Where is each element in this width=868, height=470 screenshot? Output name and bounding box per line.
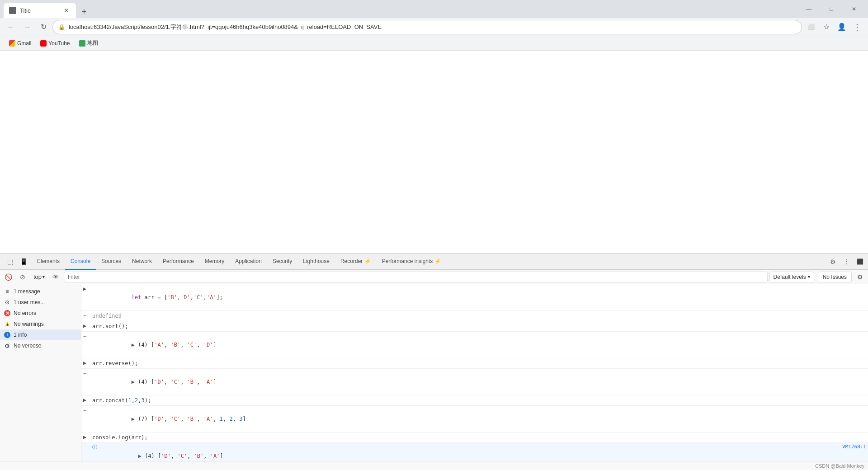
console-line: ← undefined bbox=[81, 311, 868, 321]
inspect-element-button[interactable]: ⬚ bbox=[4, 255, 16, 268]
new-tab-button[interactable]: + bbox=[78, 5, 90, 18]
tab-network[interactable]: Network bbox=[127, 254, 157, 270]
tab-memory[interactable]: Memory bbox=[199, 254, 230, 270]
bookmark-gmail[interactable]: Gmail bbox=[5, 39, 35, 47]
window-controls: — □ ✕ bbox=[798, 2, 864, 16]
eye-button[interactable]: 👁 bbox=[49, 271, 62, 283]
user-icon: ⊙ bbox=[4, 299, 11, 306]
tab-performance-insights[interactable]: Performance insights ⚡ bbox=[377, 254, 447, 270]
filter-icon[interactable]: ⊘ bbox=[16, 271, 29, 283]
console-sidebar: ≡ 1 message ⊙ 1 user mes... ✕ No errors bbox=[0, 284, 81, 461]
lock-icon: 🔒 bbox=[58, 24, 65, 30]
console-line: ▶ arr.sort(); bbox=[81, 321, 868, 332]
devtools-settings-button[interactable]: ⚙ bbox=[826, 255, 839, 268]
cast-button[interactable]: ⬜ bbox=[804, 20, 818, 34]
maximize-button[interactable]: □ bbox=[821, 2, 842, 16]
tab-performance[interactable]: Performance bbox=[157, 254, 199, 270]
no-issues-button[interactable]: No Issues bbox=[818, 272, 852, 282]
info-circle-icon: i bbox=[4, 332, 10, 338]
line-result-arrow: ← bbox=[83, 333, 92, 339]
nav-bar: ← → ↻ 🔒 localhost:63342/JavaScript/lesso… bbox=[0, 18, 868, 36]
sidebar-info-label: 1 info bbox=[14, 332, 27, 338]
sidebar-errors-label: No errors bbox=[14, 310, 36, 316]
reload-button[interactable]: ↻ bbox=[36, 20, 51, 34]
line-expand-arrow[interactable]: ▶ bbox=[83, 433, 92, 440]
devtools-toolbar: ⬚ 📱 Elements Console Sources Network Per… bbox=[0, 254, 868, 270]
console-line-content: undefined bbox=[92, 312, 866, 320]
devtools-more-options: ⚙ ⋮ ⬛ bbox=[826, 255, 866, 268]
sidebar-item-all-messages[interactable]: ≡ 1 message bbox=[0, 286, 81, 297]
address-bar[interactable]: 🔒 localhost:63342/JavaScript/lesson02/1.… bbox=[52, 20, 802, 34]
devtools-tabs: Elements Console Sources Network Perform… bbox=[32, 254, 826, 270]
tab-title: Title bbox=[20, 7, 59, 14]
console-bar: 🚫 ⊘ top ▾ 👁 Default levels ▾ No Issues ⚙ bbox=[0, 270, 868, 284]
sidebar-item-warnings[interactable]: ! No warnings bbox=[0, 319, 81, 329]
profile-button[interactable]: 👤 bbox=[835, 20, 849, 34]
page-area bbox=[0, 51, 868, 253]
console-line: ▶ arr.reverse(); bbox=[81, 358, 868, 369]
tab-security[interactable]: Security bbox=[267, 254, 297, 270]
extensions-button[interactable]: ⋮ bbox=[850, 20, 864, 34]
line-expand-arrow[interactable]: ▶ bbox=[83, 359, 92, 366]
sidebar-all-messages-label: 1 message bbox=[14, 288, 40, 295]
no-issues-label: No Issues bbox=[823, 274, 847, 280]
back-button[interactable]: ← bbox=[4, 20, 18, 34]
context-selector[interactable]: top ▾ bbox=[31, 272, 47, 282]
line-expand-arrow[interactable]: ▶ bbox=[83, 322, 92, 329]
console-filter-input[interactable] bbox=[64, 272, 768, 282]
sidebar-verbose-label: No verbose bbox=[14, 343, 41, 349]
line-result-arrow: ← bbox=[83, 407, 92, 414]
error-circle-icon: ✕ bbox=[4, 310, 10, 316]
devtools-dock-button[interactable]: ⬛ bbox=[854, 255, 866, 268]
list-icon: ≡ bbox=[4, 288, 11, 295]
tab-sources[interactable]: Sources bbox=[96, 254, 127, 270]
tab-recorder[interactable]: Recorder ⚡ bbox=[335, 254, 377, 270]
devtools-status-bar: CSDN @Bald Monkey bbox=[0, 461, 868, 470]
default-levels-dropdown[interactable]: Default levels ▾ bbox=[769, 272, 814, 282]
console-line-content: ▶ (7) ['D', 'C', 'B', 'A', 1, 2, 3] bbox=[92, 407, 866, 431]
browser-tab[interactable]: Title ✕ bbox=[4, 3, 76, 18]
clear-console-button[interactable]: 🚫 bbox=[2, 271, 14, 283]
tab-lighthouse[interactable]: Lighthouse bbox=[297, 254, 335, 270]
default-levels-label: Default levels bbox=[774, 274, 806, 280]
console-line: ← ▶ (4) ['A', 'B', 'C', 'D'] bbox=[81, 332, 868, 358]
line-result-arrow: ← bbox=[83, 312, 92, 319]
context-dropdown-icon: ▾ bbox=[42, 274, 45, 279]
console-line-content: console.log(arr); bbox=[92, 433, 866, 442]
browser-window: Title ✕ + — □ ✕ ← → ↻ 🔒 localhost:63342/… bbox=[0, 0, 868, 470]
error-icon: ✕ bbox=[4, 310, 11, 317]
tab-application[interactable]: Application bbox=[230, 254, 267, 270]
devtools-more-button[interactable]: ⋮ bbox=[840, 255, 853, 268]
sidebar-item-info[interactable]: i 1 info bbox=[0, 329, 81, 340]
console-line: ▶ ⓘ ▶ (4) ['D', 'C', 'B', 'A'] VM1768:1 bbox=[81, 443, 868, 461]
console-line-source[interactable]: VM1768:1 bbox=[839, 444, 866, 450]
bookmark-maps-label: 地图 bbox=[87, 39, 98, 47]
line-expand-arrow[interactable]: ▶ bbox=[83, 285, 92, 292]
console-main: ▶ let arr = ['B','D','C','A']; ← undefin… bbox=[81, 284, 868, 461]
sidebar-item-verbose[interactable]: ⚙ No verbose bbox=[0, 340, 81, 351]
forward-button[interactable]: → bbox=[20, 20, 34, 34]
tab-bar: Title ✕ + bbox=[4, 0, 797, 18]
default-levels-arrow: ▾ bbox=[808, 274, 810, 279]
bookmarks-bar: Gmail YouTube 地图 bbox=[0, 36, 868, 51]
console-line: ← ▶ (7) ['D', 'C', 'B', 'A', 1, 2, 3] bbox=[81, 406, 868, 432]
tab-console[interactable]: Console bbox=[65, 254, 96, 270]
sidebar-item-errors[interactable]: ✕ No errors bbox=[0, 308, 81, 319]
tab-elements[interactable]: Elements bbox=[32, 254, 65, 270]
address-text: localhost:63342/JavaScript/lesson02/1.字符… bbox=[69, 23, 796, 31]
console-line: ▶ let arr = ['B','D','C','A']; bbox=[81, 284, 868, 311]
bookmark-maps[interactable]: 地图 bbox=[75, 38, 102, 48]
console-line: ▶ console.log(arr); bbox=[81, 432, 868, 443]
console-line-content: arr.concat(1,2,3); bbox=[92, 396, 866, 404]
bookmark-youtube[interactable]: YouTube bbox=[37, 39, 73, 47]
console-settings-button[interactable]: ⚙ bbox=[854, 271, 866, 283]
tab-close-button[interactable]: ✕ bbox=[62, 6, 71, 14]
line-expand-arrow[interactable]: ▶ bbox=[83, 396, 92, 403]
close-button[interactable]: ✕ bbox=[844, 2, 864, 16]
minimize-button[interactable]: — bbox=[798, 2, 819, 16]
bookmark-button[interactable]: ☆ bbox=[819, 20, 834, 34]
device-toolbar-button[interactable]: 📱 bbox=[17, 255, 30, 268]
console-line-content: let arr = ['B','D','C','A']; bbox=[92, 285, 866, 310]
sidebar-item-user-messages[interactable]: ⊙ 1 user mes... bbox=[0, 297, 81, 308]
warning-icon: ! bbox=[4, 320, 11, 328]
